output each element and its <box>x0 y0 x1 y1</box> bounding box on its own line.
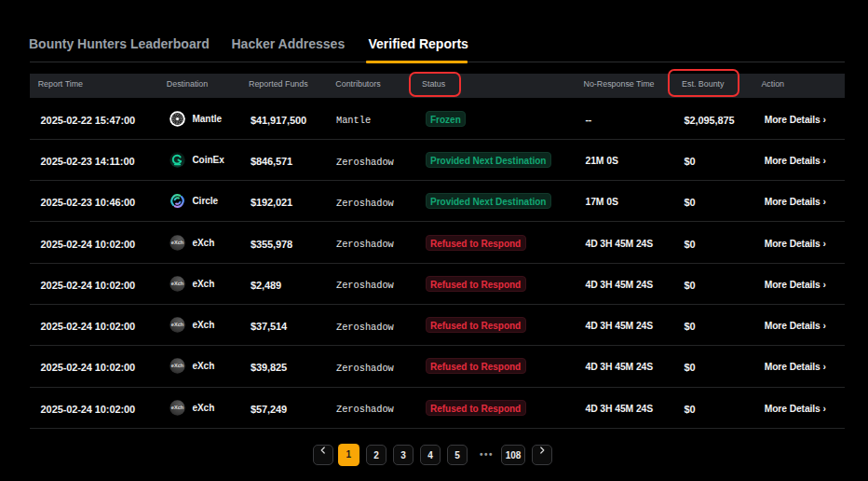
svg-text:eXch: eXch <box>171 240 184 245</box>
svg-text:eXch: eXch <box>171 281 184 286</box>
svg-text:eXch: eXch <box>171 405 184 410</box>
svg-text:eXch: eXch <box>171 322 184 327</box>
svg-text:eXch: eXch <box>171 364 184 369</box>
